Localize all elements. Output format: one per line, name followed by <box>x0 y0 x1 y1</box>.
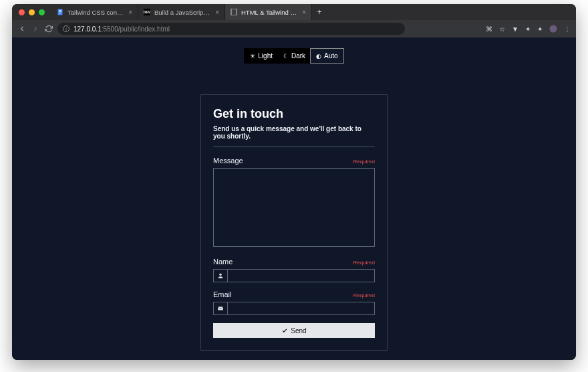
toolbar-right: ⌘ ☆ ▼ ✦ ✦ ⋮ <box>486 25 571 33</box>
form-title: Get in touch <box>213 107 375 121</box>
shield-icon[interactable]: ▼ <box>512 25 519 33</box>
contact-form-card: Get in touch Send us a quick message and… <box>200 94 388 351</box>
browser-window: Tailwind CSS contact form wit × DEV Buil… <box>12 4 576 360</box>
browser-toolbar: i 127.0.0.1:5500/public/index.html ⌘ ☆ ▼… <box>12 20 576 37</box>
form-subtitle: Send us a quick message and we'll get ba… <box>213 125 375 140</box>
svg-rect-3 <box>59 13 61 13</box>
tab-label: HTML & Tailwind CSS Contact <box>241 9 298 16</box>
menu-icon[interactable]: ⋮ <box>564 25 571 33</box>
required-badge: Required <box>353 159 375 165</box>
site-info-icon[interactable]: i <box>63 25 69 32</box>
email-field: Email Required <box>213 290 375 315</box>
docs-favicon-icon <box>57 9 63 15</box>
email-input[interactable] <box>228 302 375 315</box>
email-label: Email <box>213 290 232 298</box>
divider <box>213 147 375 147</box>
message-label: Message <box>213 157 243 165</box>
svg-rect-1 <box>59 10 61 11</box>
name-label: Name <box>213 258 233 266</box>
svg-rect-4 <box>231 9 237 15</box>
command-icon[interactable]: ⌘ <box>486 25 492 33</box>
new-tab-button[interactable]: + <box>312 4 327 20</box>
theme-dark-button[interactable]: ☾Dark <box>278 49 311 63</box>
back-button[interactable] <box>17 24 27 33</box>
profile-icon[interactable] <box>549 25 557 33</box>
browser-tab[interactable]: DEV Build a JavaScript and Tailwin × <box>138 4 225 20</box>
dev-favicon-icon: DEV <box>144 9 150 15</box>
moon-icon: ☾ <box>283 53 289 60</box>
tab-label: Build a JavaScript and Tailwin <box>154 9 211 16</box>
browser-tabs: Tailwind CSS contact form wit × DEV Buil… <box>51 4 327 20</box>
svg-rect-2 <box>59 11 61 12</box>
check-icon <box>281 327 288 334</box>
required-badge: Required <box>353 292 375 298</box>
theme-light-button[interactable]: ☀Light <box>245 49 278 63</box>
bookmark-icon[interactable]: ☆ <box>499 25 505 33</box>
contrast-icon: ◐ <box>316 53 321 60</box>
page-viewport: ☀Light ☾Dark ◐Auto Get in touch Send us … <box>12 37 576 360</box>
sun-icon: ☀ <box>250 53 255 60</box>
puzzle-icon[interactable]: ✦ <box>537 25 543 33</box>
envelope-icon <box>213 302 228 315</box>
svg-point-6 <box>219 274 221 276</box>
close-tab-icon[interactable]: × <box>215 9 219 16</box>
send-button[interactable]: Send <box>213 323 375 338</box>
browser-tab[interactable]: Tailwind CSS contact form wit × <box>51 4 138 20</box>
required-badge: Required <box>353 260 375 266</box>
svg-rect-0 <box>58 9 63 15</box>
minimize-window[interactable] <box>29 9 35 15</box>
svg-rect-7 <box>218 307 223 310</box>
message-field: Message Required <box>213 157 375 250</box>
svg-point-5 <box>550 25 557 33</box>
name-input[interactable] <box>228 269 375 282</box>
browser-tab-active[interactable]: HTML & Tailwind CSS Contact × <box>225 4 312 20</box>
close-tab-icon[interactable]: × <box>128 9 132 16</box>
tab-label: Tailwind CSS contact form wit <box>67 9 124 16</box>
close-window[interactable] <box>19 9 25 15</box>
url-host: 127.0.0.1:5500/public/index.html <box>74 25 170 33</box>
forward-button[interactable] <box>31 24 40 33</box>
extension-icon[interactable]: ✦ <box>525 25 531 33</box>
message-input[interactable] <box>213 168 375 247</box>
name-field: Name Required <box>213 258 375 282</box>
address-bar[interactable]: i 127.0.0.1:5500/public/index.html <box>57 23 405 35</box>
window-controls <box>12 9 45 15</box>
close-tab-icon[interactable]: × <box>302 9 306 16</box>
titlebar: Tailwind CSS contact form wit × DEV Buil… <box>12 4 576 20</box>
page-favicon-icon <box>231 9 237 15</box>
user-icon <box>213 269 228 282</box>
reload-button[interactable] <box>44 24 53 33</box>
theme-switcher: ☀Light ☾Dark ◐Auto <box>244 48 343 64</box>
maximize-window[interactable] <box>39 9 45 15</box>
theme-auto-button[interactable]: ◐Auto <box>310 48 344 64</box>
